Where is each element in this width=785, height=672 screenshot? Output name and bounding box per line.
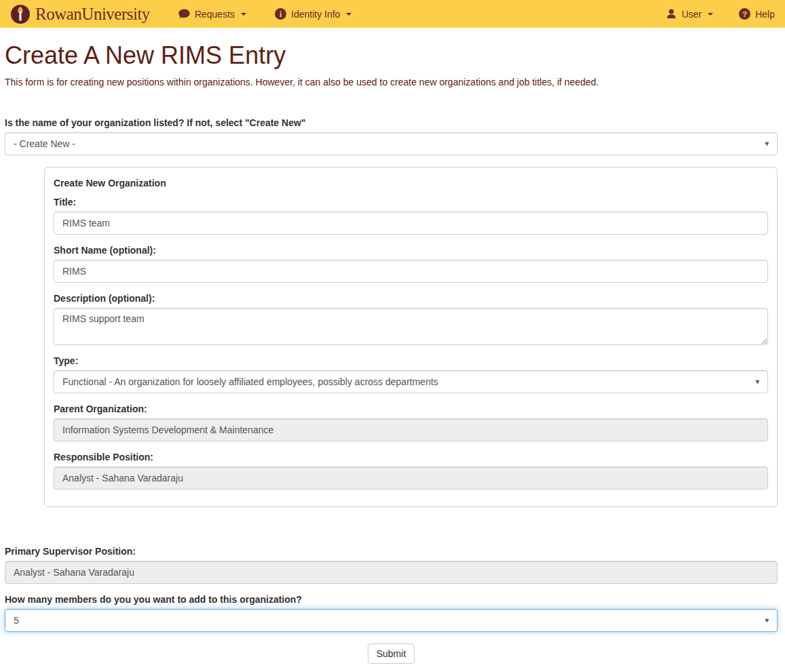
navbar-right: User ? Help bbox=[666, 8, 775, 20]
title-label: Title: bbox=[54, 197, 768, 207]
nav-help-link[interactable]: ? Help bbox=[739, 8, 775, 20]
help-icon: ? bbox=[739, 8, 750, 20]
description-field-group: Description (optional): RIMS support tea… bbox=[54, 293, 768, 345]
member-count-select-value: 5 bbox=[14, 615, 19, 626]
nav-user-menu[interactable]: User bbox=[666, 8, 714, 20]
nav-help-label: Help bbox=[755, 9, 775, 20]
rowan-torch-logo-icon bbox=[10, 4, 31, 24]
user-icon bbox=[666, 8, 677, 20]
member-count-field-group: How many members do you you want to add … bbox=[5, 594, 778, 632]
short-name-label: Short Name (optional): bbox=[54, 245, 768, 256]
page-title: Create A New RIMS Entry bbox=[5, 42, 778, 69]
type-select[interactable]: Functional - An organization for loosely… bbox=[54, 370, 768, 393]
type-label: Type: bbox=[54, 355, 768, 366]
parent-org-label: Parent Organization: bbox=[54, 403, 768, 414]
description-textarea[interactable]: RIMS support team bbox=[54, 308, 768, 345]
title-input[interactable] bbox=[54, 212, 768, 235]
chevron-down-icon bbox=[708, 13, 713, 16]
description-label: Description (optional): bbox=[54, 293, 768, 304]
title-field-group: Title: bbox=[54, 197, 768, 235]
nav-user-label: User bbox=[682, 9, 702, 20]
responsible-position-input bbox=[54, 467, 768, 490]
member-count-select[interactable]: 5 ▼ bbox=[5, 609, 778, 632]
short-name-field-group: Short Name (optional): bbox=[54, 245, 768, 283]
comment-icon bbox=[178, 8, 190, 20]
member-count-label: How many members do you you want to add … bbox=[5, 594, 778, 605]
org-question-label: Is the name of your organization listed?… bbox=[5, 117, 778, 128]
parent-org-input bbox=[54, 418, 768, 441]
panel-heading: Create New Organization bbox=[54, 178, 768, 189]
type-field-group: Type: Functional - An organization for l… bbox=[54, 355, 768, 393]
submit-row: Submit bbox=[5, 644, 778, 664]
short-name-input[interactable] bbox=[54, 260, 768, 283]
organization-select[interactable]: - Create New - ▼ bbox=[5, 132, 778, 155]
supervisor-label: Primary Supervisor Position: bbox=[5, 546, 778, 557]
brand-wordmark: RowanUniversity bbox=[35, 5, 150, 22]
nav-identity-info-label: Identity Info bbox=[291, 9, 340, 20]
supervisor-input bbox=[5, 561, 778, 584]
rowan-brand-link[interactable]: RowanUniversity bbox=[10, 4, 150, 24]
main-content: Create A New RIMS Entry This form is for… bbox=[0, 42, 785, 664]
nav-identity-info-menu[interactable]: i Identity Info bbox=[275, 8, 351, 20]
select-arrow-icon: ▼ bbox=[763, 617, 770, 624]
svg-text:?: ? bbox=[742, 9, 747, 18]
page-description: This form is for creating new positions … bbox=[5, 77, 778, 87]
info-icon: i bbox=[275, 8, 286, 20]
parent-org-field-group: Parent Organization: bbox=[54, 403, 768, 441]
responsible-position-label: Responsible Position: bbox=[54, 452, 768, 462]
chevron-down-icon bbox=[346, 13, 351, 16]
create-new-organization-panel: Create New Organization Title: Short Nam… bbox=[44, 167, 778, 507]
select-arrow-icon: ▼ bbox=[763, 140, 770, 147]
nav-requests-menu[interactable]: Requests bbox=[178, 8, 246, 20]
chevron-down-icon bbox=[241, 13, 246, 16]
organization-select-value: - Create New - bbox=[14, 138, 75, 149]
nav-requests-label: Requests bbox=[195, 9, 235, 20]
select-arrow-icon: ▼ bbox=[754, 378, 761, 385]
navbar: RowanUniversity Requests i Identity Info bbox=[0, 0, 785, 28]
type-select-value: Functional - An organization for loosely… bbox=[62, 376, 438, 387]
supervisor-field-group: Primary Supervisor Position: bbox=[5, 546, 778, 584]
submit-button[interactable]: Submit bbox=[368, 644, 415, 664]
responsible-position-field-group: Responsible Position: bbox=[54, 452, 768, 490]
